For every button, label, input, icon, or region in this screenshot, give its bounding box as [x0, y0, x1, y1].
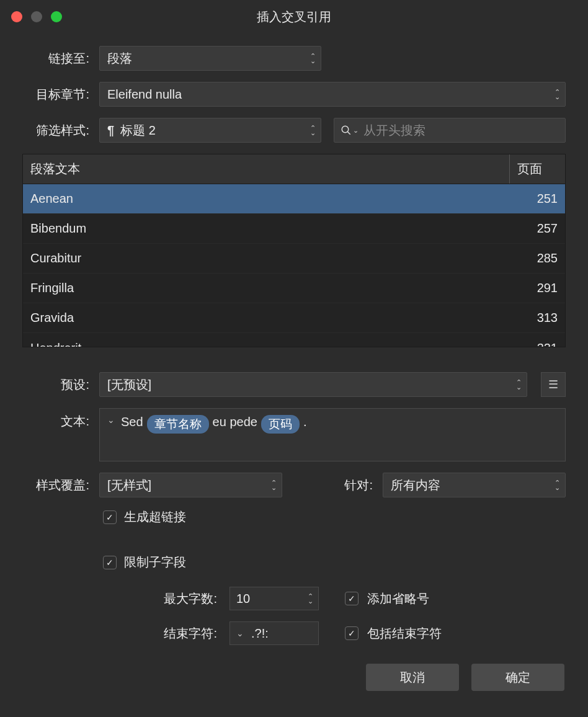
- for-select[interactable]: 所有内容 ⌃⌄: [383, 473, 566, 497]
- menu-icon: ☰: [548, 378, 558, 391]
- col-paragraph-text[interactable]: 段落文本: [23, 161, 509, 177]
- style-override-value: [无样式]: [107, 477, 151, 494]
- row-page: 257: [509, 221, 565, 236]
- filter-style-select[interactable]: ¶ 标题 2 ⌃⌄: [99, 118, 321, 143]
- max-chars-value: 10: [236, 592, 250, 606]
- add-ellipsis-label: 添加省略号: [367, 590, 429, 607]
- row-page: 321: [509, 341, 565, 347]
- table-row[interactable]: Hendrerit 321: [23, 333, 565, 347]
- end-chars-field[interactable]: ⌄ .?!:: [229, 621, 319, 645]
- text-template-field[interactable]: ⌄ Sed 章节名称 eu pede 页码 .: [99, 408, 566, 461]
- for-label: 针对:: [319, 477, 376, 494]
- page-number-pill[interactable]: 页码: [261, 415, 300, 434]
- include-end-label: 包括结束字符: [367, 625, 442, 642]
- preset-label: 预设:: [22, 376, 93, 393]
- end-chars-value: .?!:: [251, 626, 269, 641]
- close-icon[interactable]: [11, 11, 22, 22]
- table-row[interactable]: Curabitur 285: [23, 244, 565, 274]
- row-text: Curabitur: [23, 251, 509, 265]
- search-placeholder: 从开头搜索: [363, 122, 425, 139]
- preset-select[interactable]: [无预设] ⌃⌄: [99, 372, 527, 397]
- max-chars-stepper[interactable]: 10 ⌃⌄: [229, 587, 319, 610]
- col-page[interactable]: 页面: [509, 154, 565, 184]
- chevron-updown-icon: ⌃⌄: [310, 53, 316, 63]
- pilcrow-icon: ¶: [107, 123, 114, 138]
- link-to-select[interactable]: 段落 ⌃⌄: [99, 46, 321, 71]
- target-chapter-value: Eleifend nulla: [107, 87, 182, 102]
- table-row[interactable]: Aenean 251: [23, 184, 565, 214]
- row-page: 313: [509, 311, 565, 325]
- chapter-name-pill[interactable]: 章节名称: [147, 415, 209, 434]
- row-text: Aenean: [23, 192, 509, 206]
- style-override-label: 样式覆盖:: [22, 477, 93, 494]
- text-token: .: [303, 415, 307, 429]
- chevron-updown-icon: ⌃⌄: [555, 89, 560, 99]
- chevron-updown-icon: ⌃⌄: [516, 380, 522, 390]
- search-icon: ⌄: [341, 125, 359, 136]
- chevron-down-icon[interactable]: ⌄: [236, 628, 244, 638]
- row-page: 251: [509, 192, 565, 206]
- hyperlink-checkbox[interactable]: [103, 510, 117, 524]
- for-value: 所有内容: [391, 477, 440, 494]
- include-end-checkbox[interactable]: [345, 626, 359, 640]
- chevron-updown-icon: ⌃⌄: [310, 125, 316, 135]
- link-to-label: 链接至:: [22, 50, 93, 67]
- chevron-updown-icon: ⌃⌄: [271, 480, 277, 490]
- limit-substring-label: 限制子字段: [124, 554, 186, 571]
- titlebar: 插入交叉引用: [0, 0, 588, 33]
- table-body[interactable]: Aenean 251 Bibendum 257 Curabitur 285 Fr…: [23, 184, 565, 347]
- table-row[interactable]: Bibendum 257: [23, 214, 565, 244]
- window-controls: [11, 11, 62, 22]
- window-title: 插入交叉引用: [10, 9, 578, 25]
- chevron-down-icon[interactable]: ⌄: [107, 415, 115, 425]
- paragraph-table: 段落文本 页面 Aenean 251 Bibendum 257 Curabitu…: [22, 154, 566, 347]
- text-token: Sed: [121, 415, 143, 429]
- svg-line-1: [347, 131, 350, 135]
- row-page: 291: [509, 281, 565, 295]
- ok-button[interactable]: 确定: [471, 664, 564, 691]
- filter-style-value: 标题 2: [120, 122, 156, 139]
- row-text: Fringilla: [23, 281, 509, 295]
- end-chars-label: 结束字符:: [22, 625, 221, 642]
- minimize-icon: [31, 11, 42, 22]
- table-row[interactable]: Fringilla 291: [23, 274, 565, 303]
- preset-menu-button[interactable]: ☰: [541, 372, 566, 397]
- row-text: Gravida: [23, 311, 509, 325]
- zoom-icon[interactable]: [51, 11, 62, 22]
- preset-value: [无预设]: [107, 376, 151, 393]
- chevron-updown-icon: ⌃⌄: [555, 480, 560, 490]
- target-chapter-label: 目标章节:: [22, 86, 93, 103]
- chevron-updown-icon: ⌃⌄: [308, 594, 313, 603]
- text-token: eu pede: [213, 415, 257, 429]
- link-to-value: 段落: [107, 50, 132, 67]
- svg-point-0: [342, 126, 349, 133]
- search-input[interactable]: ⌄ 从开头搜索: [334, 118, 566, 143]
- row-text: Hendrerit: [23, 341, 509, 347]
- table-row[interactable]: Gravida 313: [23, 303, 565, 333]
- target-chapter-select[interactable]: Eleifend nulla ⌃⌄: [99, 82, 566, 107]
- filter-style-label: 筛选样式:: [22, 122, 93, 139]
- row-text: Bibendum: [23, 221, 509, 236]
- style-override-select[interactable]: [无样式] ⌃⌄: [99, 473, 282, 497]
- limit-substring-checkbox[interactable]: [103, 556, 117, 569]
- cancel-button[interactable]: 取消: [366, 664, 459, 691]
- row-page: 285: [509, 251, 565, 265]
- text-label: 文本:: [22, 408, 93, 430]
- max-chars-label: 最大字数:: [22, 590, 221, 607]
- add-ellipsis-checkbox[interactable]: [345, 592, 359, 605]
- hyperlink-checkbox-label: 生成超链接: [124, 509, 186, 525]
